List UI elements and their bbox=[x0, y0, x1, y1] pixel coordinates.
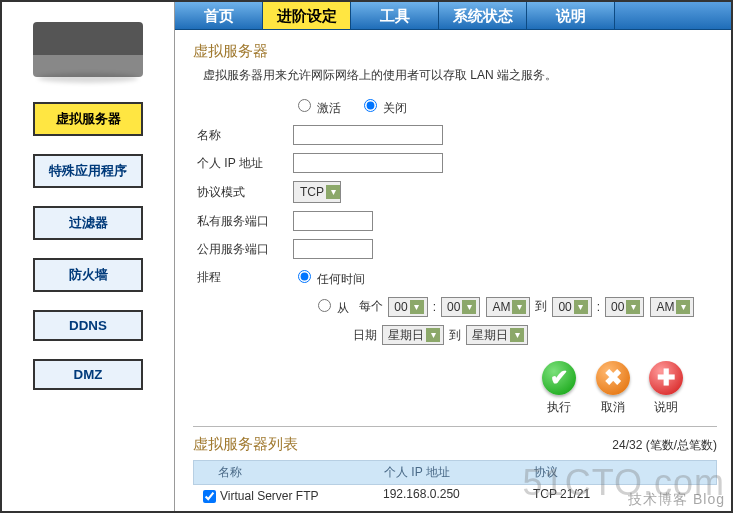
label-private-port: 私有服务端口 bbox=[193, 213, 293, 230]
tab-help[interactable]: 说明 bbox=[527, 2, 615, 29]
chevron-down-icon: ▾ bbox=[510, 328, 524, 342]
radio-enable-label[interactable]: 激活 bbox=[293, 101, 345, 115]
sidebar-item-dmz[interactable]: DMZ bbox=[33, 359, 143, 390]
row-checkbox[interactable] bbox=[203, 490, 216, 503]
chevron-down-icon: ▾ bbox=[512, 300, 526, 314]
protocol-select[interactable]: TCP ▾ bbox=[293, 181, 341, 203]
tab-status[interactable]: 系统状态 bbox=[439, 2, 527, 29]
radio-disable-label[interactable]: 关闭 bbox=[359, 101, 407, 115]
radio-disable[interactable] bbox=[364, 99, 377, 112]
radio-anytime-label[interactable]: 任何时间 bbox=[293, 272, 365, 286]
end-min-select[interactable]: 00▾ bbox=[605, 297, 644, 317]
th-name: 名称 bbox=[194, 464, 384, 481]
end-day-select[interactable]: 星期日▾ bbox=[466, 325, 528, 345]
th-proto: 协议 bbox=[534, 464, 716, 481]
sidebar-item-firewall[interactable]: 防火墙 bbox=[33, 258, 143, 292]
list-title: 虚拟服务器列表 bbox=[193, 435, 612, 454]
label-to2: 到 bbox=[449, 327, 461, 344]
label-protocol: 协议模式 bbox=[193, 184, 293, 201]
radio-from[interactable] bbox=[318, 299, 331, 312]
plus-icon: ✚ bbox=[649, 361, 683, 395]
name-input[interactable] bbox=[293, 125, 443, 145]
tab-tools[interactable]: 工具 bbox=[351, 2, 439, 29]
page-description: 虚拟服务器用来允许网际网络上的使用者可以存取 LAN 端之服务。 bbox=[203, 67, 717, 84]
tab-advanced[interactable]: 进阶设定 bbox=[263, 2, 351, 29]
radio-anytime[interactable] bbox=[298, 270, 311, 283]
close-icon: ✖ bbox=[596, 361, 630, 395]
label-ip: 个人 IP 地址 bbox=[193, 155, 293, 172]
table-row: Virtual Server HTTP 192.168.0.250 TCP 80… bbox=[193, 508, 717, 513]
sidebar-item-special-apps[interactable]: 特殊应用程序 bbox=[33, 154, 143, 188]
th-ip: 个人 IP 地址 bbox=[384, 464, 534, 481]
start-hour-select[interactable]: 00▾ bbox=[388, 297, 427, 317]
label-every: 每个 bbox=[359, 298, 383, 315]
chevron-down-icon: ▾ bbox=[626, 300, 640, 314]
chevron-down-icon: ▾ bbox=[326, 185, 340, 199]
table-header: 名称 个人 IP 地址 协议 bbox=[193, 460, 717, 485]
radio-enable[interactable] bbox=[298, 99, 311, 112]
help-button[interactable]: ✚ 说明 bbox=[645, 361, 687, 416]
chevron-down-icon: ▾ bbox=[426, 328, 440, 342]
tab-home[interactable]: 首页 bbox=[175, 2, 263, 29]
sidebar-item-ddns[interactable]: DDNS bbox=[33, 310, 143, 341]
label-name: 名称 bbox=[193, 127, 293, 144]
cancel-button[interactable]: ✖ 取消 bbox=[592, 361, 634, 416]
sidebar-item-filter[interactable]: 过滤器 bbox=[33, 206, 143, 240]
apply-button[interactable]: ✔ 执行 bbox=[538, 361, 580, 416]
chevron-down-icon: ▾ bbox=[410, 300, 424, 314]
private-port-input[interactable] bbox=[293, 211, 373, 231]
end-ampm-select[interactable]: AM▾ bbox=[650, 297, 694, 317]
label-public-port: 公用服务端口 bbox=[193, 241, 293, 258]
chevron-down-icon: ▾ bbox=[462, 300, 476, 314]
label-schedule: 排程 bbox=[193, 269, 293, 286]
chevron-down-icon: ▾ bbox=[574, 300, 588, 314]
label-date: 日期 bbox=[353, 327, 377, 344]
end-hour-select[interactable]: 00▾ bbox=[552, 297, 591, 317]
router-image bbox=[33, 22, 143, 77]
label-to: 到 bbox=[535, 298, 547, 315]
radio-from-label[interactable]: 从 bbox=[313, 296, 349, 317]
ip-input[interactable] bbox=[293, 153, 443, 173]
public-port-input[interactable] bbox=[293, 239, 373, 259]
chevron-down-icon: ▾ bbox=[676, 300, 690, 314]
count-text: 24/32 (笔数/总笔数) bbox=[612, 437, 717, 454]
check-icon: ✔ bbox=[542, 361, 576, 395]
table-row: Virtual Server FTP 192.168.0.250 TCP 21/… bbox=[193, 485, 717, 508]
start-ampm-select[interactable]: AM▾ bbox=[486, 297, 530, 317]
start-min-select[interactable]: 00▾ bbox=[441, 297, 480, 317]
sidebar-item-virtual-server[interactable]: 虚拟服务器 bbox=[33, 102, 143, 136]
page-title: 虚拟服务器 bbox=[193, 42, 717, 61]
start-day-select[interactable]: 星期日▾ bbox=[382, 325, 444, 345]
